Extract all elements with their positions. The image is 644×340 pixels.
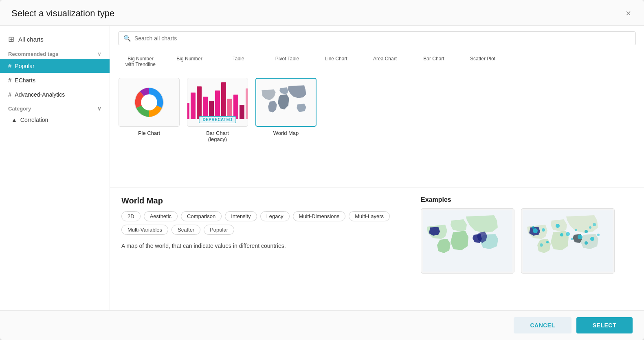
svg-point-20 <box>593 223 596 226</box>
search-icon: 🔍 <box>123 35 131 42</box>
detail-panel: World Map 2D Aesthetic Comparison Intens… <box>110 188 644 310</box>
bar-chart-preview <box>187 84 248 121</box>
tag-2d[interactable]: 2D <box>121 211 141 221</box>
example-thumb-2 <box>521 208 615 274</box>
chevron-down-icon: ∨ <box>97 106 101 112</box>
top-chart-scatter-plot[interactable]: Scatter Plot <box>460 52 505 71</box>
deprecated-badge: DEPRECATED <box>199 116 236 123</box>
top-chart-line-chart[interactable]: Line Chart <box>314 52 358 71</box>
svg-point-18 <box>540 243 543 247</box>
tag-comparison[interactable]: Comparison <box>181 211 222 221</box>
detail-description: A map of the world, that can indicate va… <box>121 241 404 250</box>
select-button[interactable]: SELECT <box>576 317 633 333</box>
pie-chart-preview <box>131 84 167 121</box>
world-map-preview <box>257 82 314 123</box>
sidebar: ⊞ All charts Recommended tags ∨ # Popula… <box>0 26 110 310</box>
modal-body: ⊞ All charts Recommended tags ∨ # Popula… <box>0 26 644 310</box>
hash-icon: # <box>8 77 11 84</box>
tag-intensity[interactable]: Intensity <box>225 211 257 221</box>
example-map-2 <box>523 210 613 272</box>
chevron-down-icon: ∨ <box>97 51 101 57</box>
sidebar-item-advanced-analytics[interactable]: # Advanced-Analytics <box>0 87 110 102</box>
detail-right: Examples <box>421 196 633 310</box>
chart-card-bar-legacy[interactable]: DEPRECATED Bar Chart(legacy) <box>187 78 248 142</box>
svg-point-4 <box>533 228 538 233</box>
grid-icon: ⊞ <box>8 35 14 44</box>
modal-title: Select a visualization type <box>11 8 114 19</box>
pie-chart-thumb <box>119 78 180 127</box>
pie-chart-label: Pie Chart <box>138 130 160 136</box>
sidebar-item-correlation[interactable]: ▲ Correlation <box>0 113 110 126</box>
hash-icon: # <box>8 62 11 69</box>
svg-point-15 <box>585 241 588 245</box>
example-map-1 <box>423 210 512 272</box>
top-chart-pivot-table[interactable]: Pivot Table <box>265 52 310 71</box>
examples-row <box>421 208 633 274</box>
charts-grid: Pie Chart <box>118 78 636 142</box>
top-chart-big-number[interactable]: Big Number <box>167 52 212 71</box>
example-thumb-1 <box>421 208 514 274</box>
detail-title: World Map <box>121 196 404 205</box>
tag-popular[interactable]: Popular <box>204 225 234 235</box>
visualization-type-dialog: Select a visualization type × ⊞ All char… <box>0 0 644 340</box>
tag-scatter[interactable]: Scatter <box>171 225 200 235</box>
cancel-button[interactable]: CANCEL <box>514 317 571 333</box>
sidebar-item-echarts[interactable]: # ECharts <box>0 73 110 87</box>
svg-point-6 <box>532 226 534 229</box>
category-label: Category <box>8 106 31 112</box>
svg-point-12 <box>589 226 591 229</box>
bar-chart-legacy-label: Bar Chart(legacy) <box>206 130 229 142</box>
top-chart-area-chart[interactable]: Area Chart <box>363 52 407 71</box>
correlation-label: Correlation <box>20 117 48 123</box>
tags-row: 2D Aesthetic Comparison Intensity Legacy… <box>121 211 404 235</box>
detail-left: World Map 2D Aesthetic Comparison Intens… <box>121 196 404 310</box>
svg-point-10 <box>578 234 582 239</box>
tag-aesthetic[interactable]: Aesthetic <box>144 211 178 221</box>
svg-point-13 <box>590 237 594 241</box>
top-chart-big-number-trendline[interactable]: Big Numberwith Trendline <box>118 52 163 71</box>
modal-header: Select a visualization type × <box>0 0 644 26</box>
chart-card-pie[interactable]: Pie Chart <box>118 78 180 142</box>
sidebar-item-popular[interactable]: # Popular <box>0 59 110 73</box>
top-chart-table[interactable]: Table <box>216 52 261 71</box>
top-chart-bar-chart[interactable]: Bar Chart <box>411 52 456 71</box>
svg-point-14 <box>597 234 600 236</box>
popular-label: Popular <box>15 63 34 69</box>
search-input[interactable] <box>134 35 631 42</box>
tag-legacy[interactable]: Legacy <box>260 211 290 221</box>
hash-icon: # <box>8 91 11 98</box>
echarts-label: ECharts <box>15 77 35 84</box>
recommended-tags-header[interactable]: Recommended tags ∨ <box>0 48 110 59</box>
examples-title: Examples <box>421 196 633 203</box>
triangle-icon: ▲ <box>11 117 17 123</box>
modal-footer: CANCEL SELECT <box>0 310 644 340</box>
tag-multi-layers[interactable]: Multi-Layers <box>349 211 390 221</box>
main-content: 🔍 Big Numberwith Trendline Big Number Ta… <box>110 26 644 310</box>
world-map-label: World Map <box>273 130 299 136</box>
chart-picker: 🔍 Big Numberwith Trendline Big Number Ta… <box>110 26 644 188</box>
svg-point-17 <box>566 232 570 236</box>
svg-point-11 <box>585 230 588 233</box>
chart-card-world-map[interactable]: World Map <box>255 78 317 142</box>
svg-point-19 <box>546 241 549 243</box>
category-header[interactable]: Category ∨ <box>0 102 110 113</box>
advanced-analytics-label: Advanced-Analytics <box>15 91 65 98</box>
tag-multi-dimensions[interactable]: Multi-Dimensions <box>293 211 346 221</box>
recommended-tags-label: Recommended tags <box>8 51 59 57</box>
svg-point-8 <box>560 233 563 236</box>
svg-point-16 <box>571 238 573 240</box>
svg-point-9 <box>575 229 577 231</box>
sidebar-item-all-charts[interactable]: ⊞ All charts <box>0 31 110 48</box>
search-bar: 🔍 <box>118 31 636 45</box>
tag-multi-variables[interactable]: Multi-Variables <box>121 225 168 235</box>
top-row-charts: Big Numberwith Trendline Big Number Tabl… <box>118 52 636 71</box>
svg-point-7 <box>556 224 560 228</box>
all-charts-label: All charts <box>18 36 44 43</box>
world-map-thumb <box>255 78 317 127</box>
svg-point-5 <box>542 228 545 232</box>
svg-point-1 <box>141 94 157 110</box>
bar-chart-legacy-thumb: DEPRECATED <box>187 78 248 127</box>
close-button[interactable]: × <box>624 7 633 20</box>
